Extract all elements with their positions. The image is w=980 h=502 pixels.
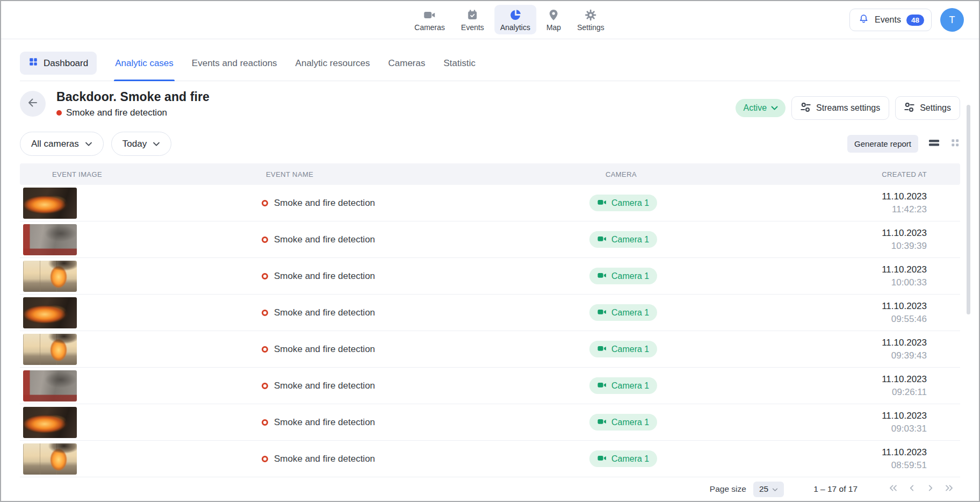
event-thumbnail[interactable] <box>23 370 77 401</box>
camera-name: Camera 1 <box>611 418 649 427</box>
settings-button[interactable]: Settings <box>895 96 960 120</box>
streams-settings-button[interactable]: Streams settings <box>791 96 889 120</box>
camera-badge: Camera 1 <box>589 377 657 394</box>
tab-events-and-reactions[interactable]: Events and reactions <box>185 46 284 81</box>
tab-statistic[interactable]: Statistic <box>437 46 482 81</box>
tabs-bar: Dashboard Analytic cases Events and reac… <box>20 46 960 81</box>
created-time: 10:00:33 <box>767 277 927 288</box>
event-thumbnail[interactable] <box>23 188 77 219</box>
table-body: Smoke and fire detection Camera 1 11.10.… <box>20 185 960 477</box>
events-notifications-button[interactable]: Events 48 <box>849 9 932 31</box>
camera-badge: Camera 1 <box>589 304 657 321</box>
table-row[interactable]: Smoke and fire detection Camera 1 11.10.… <box>20 295 960 331</box>
cameras-filter-dropdown[interactable]: All cameras <box>20 132 104 156</box>
tab-analytic-resources[interactable]: Analytic resources <box>289 46 377 81</box>
page-header-actions: Active Streams settings Settings <box>736 96 960 120</box>
range-text: 1 – 17 of 17 <box>813 484 857 494</box>
tab-dashboard[interactable]: Dashboard <box>20 52 97 75</box>
tab-analytic-cases[interactable]: Analytic cases <box>109 46 180 81</box>
back-button[interactable] <box>20 91 46 117</box>
back-arrow-icon <box>26 96 39 111</box>
streams-settings-label: Streams settings <box>816 103 880 113</box>
column-header-created-at: CREATED AT <box>767 170 960 178</box>
camera-badge-icon <box>597 418 607 427</box>
camera-badge-icon <box>597 454 607 464</box>
nav-item-analytics[interactable]: Analytics <box>494 5 536 34</box>
page-title-block: Backdoor. Smoke and fire Smoke and fire … <box>56 90 210 120</box>
created-date: 11.10.2023 <box>767 191 927 202</box>
nav-item-cameras[interactable]: Cameras <box>408 5 451 34</box>
sliders-icon <box>801 102 811 114</box>
next-page-icon <box>925 482 936 496</box>
prev-page-button[interactable] <box>906 482 918 496</box>
event-ring-icon <box>262 200 268 206</box>
list-view-icon <box>928 137 940 150</box>
created-at: 11.10.2023 10:39:39 <box>767 227 960 252</box>
page-header-left: Backdoor. Smoke and fire Smoke and fire … <box>20 90 210 120</box>
table-row[interactable]: Smoke and fire detection Camera 1 11.10.… <box>20 221 960 258</box>
column-header-camera: CAMERA <box>589 170 767 178</box>
list-view-toggle[interactable] <box>928 137 940 150</box>
event-ring-icon <box>262 456 268 462</box>
event-thumbnail[interactable] <box>23 407 77 438</box>
event-name: Smoke and fire detection <box>274 271 375 282</box>
event-ring-icon <box>262 273 268 279</box>
last-page-button[interactable] <box>943 482 955 496</box>
event-name: Smoke and fire detection <box>274 307 375 318</box>
event-thumbnail[interactable] <box>23 443 77 475</box>
settings-button-label: Settings <box>920 103 951 113</box>
created-time: 08:59:51 <box>767 460 927 471</box>
nav-label: Events <box>461 23 484 32</box>
table-row[interactable]: Smoke and fire detection Camera 1 11.10.… <box>20 441 960 477</box>
status-dropdown[interactable]: Active <box>736 99 786 117</box>
avatar-initial: T <box>949 15 955 26</box>
topbar-right: Events 48 T <box>849 8 964 32</box>
created-date: 11.10.2023 <box>767 264 927 275</box>
event-thumbnail[interactable] <box>23 224 77 255</box>
page-subtitle-label: Smoke and fire detection <box>66 107 167 118</box>
first-page-button[interactable] <box>887 482 899 496</box>
page-header: Backdoor. Smoke and fire Smoke and fire … <box>20 90 960 120</box>
grid-view-toggle[interactable] <box>950 138 960 150</box>
camera-badge: Camera 1 <box>589 414 657 431</box>
table-row[interactable]: Smoke and fire detection Camera 1 11.10.… <box>20 331 960 368</box>
vertical-scrollbar[interactable] <box>967 105 970 314</box>
camera-badge: Camera 1 <box>589 231 657 248</box>
events-button-label: Events <box>875 15 901 25</box>
table-header: EVENT IMAGE EVENT NAME CAMERA CREATED AT <box>20 163 960 185</box>
tab-cameras[interactable]: Cameras <box>382 46 432 81</box>
nav-item-events[interactable]: Events <box>455 5 490 34</box>
avatar[interactable]: T <box>940 8 964 32</box>
page-size-value: 25 <box>759 484 768 494</box>
camera-name: Camera 1 <box>611 381 649 391</box>
nav-item-map[interactable]: Map <box>541 5 567 34</box>
table-row[interactable]: Smoke and fire detection Camera 1 11.10.… <box>20 368 960 404</box>
camera-badge: Camera 1 <box>589 268 657 284</box>
events-count-badge: 48 <box>906 15 924 26</box>
event-ring-icon <box>262 419 268 426</box>
prev-page-icon <box>906 482 918 496</box>
chevron-down-icon <box>85 139 92 149</box>
next-page-button[interactable] <box>925 482 936 496</box>
table-row[interactable]: Smoke and fire detection Camera 1 11.10.… <box>20 258 960 295</box>
top-bar: Cameras Events Analytics Map <box>1 1 979 39</box>
created-time: 09:55:46 <box>767 313 927 325</box>
date-filter-dropdown[interactable]: Today <box>111 132 171 156</box>
table-row[interactable]: Smoke and fire detection Camera 1 11.10.… <box>20 404 960 441</box>
camera-badge: Camera 1 <box>589 341 657 357</box>
event-thumbnail[interactable] <box>23 334 77 365</box>
table-row[interactable]: Smoke and fire detection Camera 1 11.10.… <box>20 185 960 221</box>
nav-item-settings[interactable]: Settings <box>571 5 610 34</box>
event-name: Smoke and fire detection <box>274 234 375 245</box>
event-thumbnail[interactable] <box>23 297 77 328</box>
camera-name: Camera 1 <box>611 345 649 354</box>
first-page-icon <box>887 482 899 496</box>
created-date: 11.10.2023 <box>767 374 927 385</box>
chevron-down-icon <box>772 484 778 494</box>
generate-report-button[interactable]: Generate report <box>847 135 918 153</box>
page-size-select[interactable]: 25 <box>753 482 784 497</box>
camera-badge-icon <box>597 235 607 245</box>
event-thumbnail[interactable] <box>23 261 77 292</box>
map-pin-icon <box>547 9 560 21</box>
event-name: Smoke and fire detection <box>274 344 375 355</box>
